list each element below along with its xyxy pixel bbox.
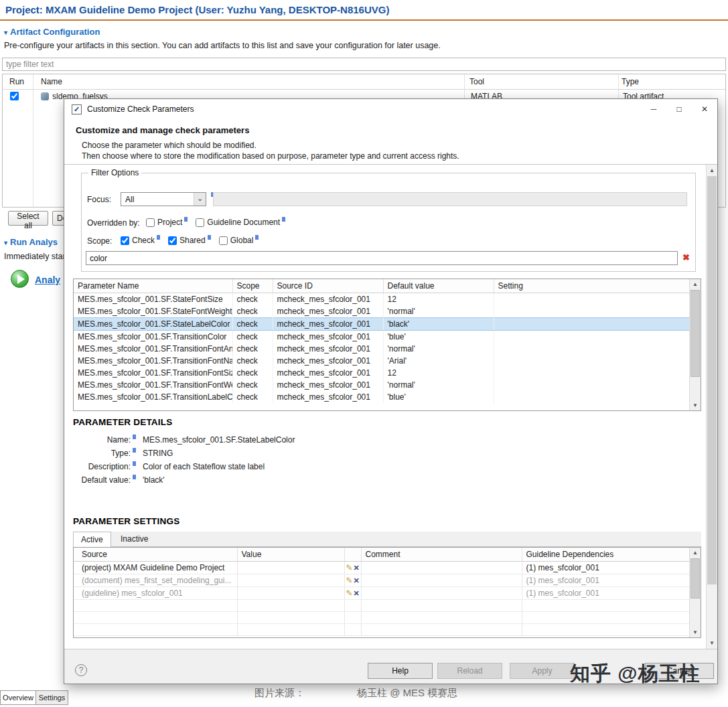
apply-button[interactable]: Apply — [510, 663, 575, 679]
overridden-options: ProjectGuideline Document — [146, 218, 293, 229]
checkbox-input[interactable] — [196, 218, 204, 227]
parameter-search-input[interactable] — [86, 251, 678, 265]
param-row[interactable]: MES.mes_sfcolor_001.SF.TransitionFontWei… — [74, 379, 689, 391]
collapse-icon: ▾ — [4, 29, 7, 36]
minimize-button[interactable]: ─ — [641, 99, 666, 119]
column-header-source[interactable]: Source — [74, 548, 237, 561]
column-header-source-id[interactable]: Source ID — [273, 279, 383, 293]
detail-label: Default value: — [73, 475, 131, 485]
scroll-down-icon[interactable]: ▼ — [690, 627, 701, 637]
scroll-down-icon[interactable]: ▼ — [707, 638, 717, 648]
checkbox-check[interactable]: Check — [121, 236, 160, 245]
info-marker — [133, 475, 136, 479]
param-row[interactable]: MES.mes_sfcolor_001.SF.StateLabelColorch… — [74, 317, 689, 330]
param-row[interactable]: MES.mes_sfcolor_001.SF.TransitionLabelCo… — [74, 391, 689, 403]
checkbox-input[interactable] — [219, 236, 228, 245]
scroll-up-icon[interactable]: ▲ — [707, 165, 717, 175]
param-row[interactable]: MES.mes_sfcolor_001.SF.TransitionFontAng… — [74, 343, 689, 355]
scroll-up-icon[interactable]: ▲ — [690, 279, 701, 289]
help-button[interactable]: Help — [368, 663, 433, 679]
run-analysis-section-header[interactable]: ▾Run Analys — [4, 237, 58, 247]
parameter-details-title: PARAMETER DETAILS — [73, 417, 172, 427]
checkbox-input[interactable] — [146, 218, 155, 227]
detail-value: 'black' — [143, 475, 165, 485]
scrollbar-thumb[interactable] — [707, 176, 717, 584]
column-header-value[interactable]: Value — [237, 548, 344, 561]
scrollbar-thumb[interactable] — [690, 558, 700, 599]
checkbox-label: Project — [157, 218, 182, 227]
column-header-parameter-name[interactable]: Parameter Name — [74, 279, 232, 293]
scroll-up-icon[interactable]: ▲ — [690, 548, 701, 558]
column-header-default-value[interactable]: Default value — [383, 279, 494, 293]
checkbox-label: Guideline Document — [207, 218, 280, 227]
checkbox-input[interactable] — [168, 236, 177, 245]
dialog-body: Filter Options Focus: All ⌄ Overridden b… — [64, 165, 706, 649]
watermark: 知乎 @杨玉柱 — [570, 660, 701, 688]
info-marker — [208, 235, 211, 240]
param-row[interactable]: MES.mes_sfcolor_001.SF.StateFontWeightch… — [74, 305, 689, 318]
settings-row[interactable]: (document) mes_first_set_modeling_gui...… — [74, 574, 689, 586]
scroll-down-icon[interactable]: ▼ — [690, 400, 701, 410]
focus-dropdown[interactable]: All ⌄ — [121, 192, 206, 206]
tab-inactive[interactable]: Inactive — [113, 532, 155, 546]
clear-filter-icon[interactable]: ✖ — [682, 252, 690, 262]
artifact-filter-input[interactable] — [2, 58, 726, 71]
dialog-scrollbar[interactable]: ▲ ▼ — [706, 165, 717, 649]
select-all-button[interactable]: Select all — [8, 211, 48, 226]
artifact-run-checkbox[interactable] — [10, 92, 19, 100]
settings-row[interactable]: (project) MXAM Guideline Demo Project✎✕(… — [74, 561, 689, 574]
param-row[interactable]: MES.mes_sfcolor_001.SF.TransitionFontNa.… — [74, 355, 689, 367]
param-table-scrollbar[interactable]: ▲ ▼ — [689, 279, 701, 410]
info-marker — [157, 235, 160, 240]
chevron-down-icon[interactable]: ⌄ — [194, 193, 206, 206]
checkbox-global[interactable]: Global — [219, 236, 259, 245]
settings-table-scrollbar[interactable]: ▲ ▼ — [689, 548, 701, 637]
reload-button[interactable]: Reload — [437, 663, 502, 679]
maximize-button[interactable]: □ — [666, 99, 692, 119]
edit-value-icon[interactable]: ✎ — [346, 588, 353, 598]
play-icon — [11, 270, 29, 288]
model-icon — [41, 92, 49, 100]
column-header-comment[interactable]: Comment — [361, 548, 522, 561]
param-row[interactable]: MES.mes_sfcolor_001.SF.TransitionColorch… — [74, 330, 689, 343]
tab-settings[interactable]: Settings — [36, 690, 68, 705]
scrollbar-thumb[interactable] — [690, 290, 700, 377]
close-button[interactable]: ✕ — [692, 99, 717, 119]
dialog-titlebar[interactable]: ✓ Customize Check Parameters ─ □ ✕ — [64, 99, 717, 119]
delete-value-icon[interactable]: ✕ — [354, 564, 360, 572]
checkbox-input[interactable] — [121, 236, 129, 245]
focus-dropdown-value: All — [125, 195, 134, 204]
detail-description-row: Description:Color of each Stateflow stat… — [73, 462, 265, 473]
tab-overview[interactable]: Overview — [0, 690, 36, 705]
delete-value-icon[interactable]: ✕ — [354, 589, 360, 597]
analyze-link[interactable]: Analy — [35, 274, 60, 285]
param-row[interactable]: MES.mes_sfcolor_001.SF.StateFontSizechec… — [74, 293, 689, 305]
detail-label: Name: — [73, 435, 131, 445]
detail-value: MES.mes_sfcolor_001.SF.StateLabelColor — [143, 435, 295, 445]
edit-value-icon[interactable]: ✎ — [346, 576, 353, 585]
detail-label: Type: — [73, 449, 131, 458]
column-header-type[interactable]: Type — [622, 77, 639, 86]
help-icon[interactable]: ? — [75, 664, 87, 676]
column-header-tool[interactable]: Tool — [469, 77, 484, 86]
run-analysis-description: Immediately star — [4, 252, 66, 261]
checkbox-shared[interactable]: Shared — [168, 236, 211, 245]
column-header-name[interactable]: Name — [41, 77, 62, 86]
tab-active[interactable]: Active — [73, 532, 111, 547]
detail-label: Description: — [73, 462, 131, 471]
edit-value-icon[interactable]: ✎ — [346, 563, 353, 572]
column-header-run[interactable]: Run — [9, 77, 24, 86]
caption-credit: 杨玉柱 @ MES 模赛思 — [357, 687, 457, 700]
checkbox-project[interactable]: Project — [146, 218, 188, 227]
header-divider — [0, 19, 728, 21]
column-header-scope[interactable]: Scope — [232, 279, 273, 293]
column-header-actions[interactable] — [344, 548, 361, 561]
dialog-title: Customize Check Parameters — [87, 104, 194, 114]
delete-value-icon[interactable]: ✕ — [354, 576, 360, 584]
column-header-guideline-dependencies[interactable]: Guideline Dependencies — [522, 548, 689, 561]
checkbox-guideline-document[interactable]: Guideline Document — [196, 218, 285, 227]
artifact-configuration-section-header[interactable]: ▾Artifact Configuration — [4, 27, 100, 37]
param-row[interactable]: MES.mes_sfcolor_001.SF.TransitionFontSiz… — [74, 367, 689, 379]
settings-row[interactable]: (guideline) mes_sfcolor_001✎✕(1) mes_sfc… — [74, 586, 689, 599]
column-header-setting[interactable]: Setting — [494, 279, 689, 293]
